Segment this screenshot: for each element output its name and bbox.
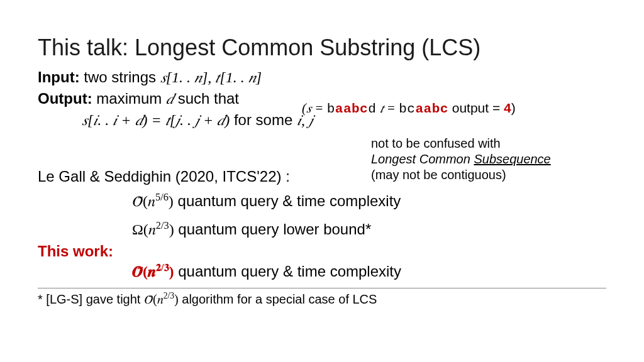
footnote-math: 𝑂̃(𝑛 bbox=[144, 292, 164, 305]
output-text2: such that bbox=[174, 90, 239, 107]
example-s1: b bbox=[327, 102, 335, 116]
example-t1: bc bbox=[399, 102, 415, 116]
note-l2b: Subsequence bbox=[474, 152, 550, 166]
divider-line bbox=[38, 288, 606, 288]
input-label: Input: bbox=[38, 69, 80, 85]
output-label: Output: bbox=[38, 90, 92, 107]
equation-tail: for some bbox=[230, 111, 297, 128]
equation: 𝑠[𝑖. . 𝑖 + 𝑑) = 𝑡[𝑗. . 𝑗 + 𝑑) bbox=[82, 112, 230, 128]
input-text: two strings bbox=[80, 69, 160, 85]
example-s3: d bbox=[368, 102, 376, 116]
example-suffix: output = bbox=[448, 101, 504, 115]
comp2-text: quantum query lower bound* bbox=[174, 221, 372, 238]
footnote-paren: ) bbox=[174, 292, 179, 305]
note-l2a: Longest Common bbox=[371, 152, 474, 166]
comp2-paren: ) bbox=[169, 221, 174, 238]
example-close: ) bbox=[511, 101, 516, 115]
comp3-math: 𝑶̃(𝒏 bbox=[132, 263, 156, 280]
note-box: not to be confused with Longest Common S… bbox=[371, 136, 551, 183]
example-val: 4 bbox=[504, 101, 511, 115]
footnote-star: * [LG-S] gave tight bbox=[38, 292, 144, 305]
example-prefix: (𝑠 = bbox=[302, 101, 327, 116]
example-box: (𝑠 = baabcd 𝑡 = bcaabc output = 4) bbox=[302, 101, 516, 116]
note-line2: Longest Common Subsequence bbox=[371, 151, 551, 167]
comp2-math: Ω(𝑛 bbox=[132, 221, 156, 238]
this-work-label: This work: bbox=[38, 243, 606, 260]
example-mid: 𝑡 = bbox=[376, 101, 399, 116]
example-t2: aabc bbox=[415, 102, 448, 116]
input-line: Input: two strings 𝑠[1. . 𝑛], 𝑡[1. . 𝑛] bbox=[38, 67, 606, 87]
comp1-text: quantum query & time complexity bbox=[174, 192, 401, 209]
comp2-exp: 2/3 bbox=[156, 219, 169, 231]
comp3-text: quantum query & time complexity bbox=[174, 263, 402, 280]
output-text: maximum bbox=[92, 90, 166, 107]
note-line3: (may not be contiguous) bbox=[371, 167, 551, 183]
input-math: 𝑠[1. . 𝑛], 𝑡[1. . 𝑛] bbox=[160, 69, 262, 85]
footnote-exp: 2/3 bbox=[164, 291, 174, 300]
note-line1: not to be confused with bbox=[371, 136, 551, 151]
example-s2: aabc bbox=[335, 102, 368, 116]
comp1-math: 𝑂̃(𝑛 bbox=[132, 193, 155, 209]
footnote: * [LG-S] gave tight 𝑂̃(𝑛2/3) algorithm f… bbox=[38, 291, 606, 307]
comp3-paren: ) bbox=[169, 263, 174, 280]
complexity-2: Ω(𝑛2/3) quantum query lower bound* bbox=[132, 217, 606, 241]
comp3-exp: 𝟐/𝟑 bbox=[156, 261, 169, 273]
footnote-tail: algorithm for a special case of LCS bbox=[179, 292, 377, 305]
slide-title: This talk: Longest Common Substring (LCS… bbox=[38, 35, 606, 61]
comp1-paren: ) bbox=[169, 193, 174, 209]
output-math: 𝑑 bbox=[166, 90, 174, 107]
complexity-1: 𝑂̃(𝑛5/6) quantum query & time complexity bbox=[132, 189, 606, 213]
comp1-exp: 5/6 bbox=[155, 191, 169, 203]
complexity-3: 𝑶̃(𝒏𝟐/𝟑) quantum query & time complexity bbox=[132, 261, 606, 280]
